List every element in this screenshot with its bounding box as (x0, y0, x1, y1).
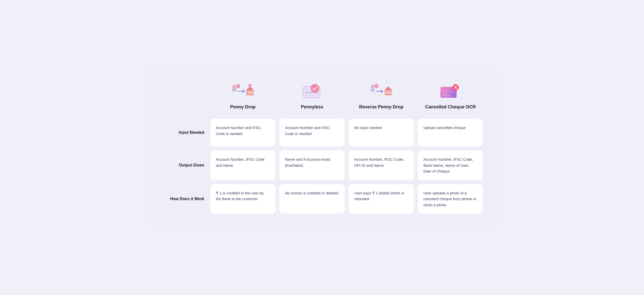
penny-drop-how-does-it-work: ₹ 1 is credited to the user by the Bank … (210, 184, 275, 214)
svg-point-15 (309, 92, 311, 93)
svg-point-4 (232, 88, 237, 92)
row-label-input-needed: Input Needed (161, 119, 206, 146)
pennyless-output-given: Name and if account exists (true/false) (279, 150, 345, 180)
column-header-penny-drop: $ $ Penny Drop (210, 81, 275, 115)
row-label-how-does-it-work: How Does it Work (161, 184, 206, 214)
column-header-cancelled-cheque-ocr: Cancelled Cheque OCR (418, 81, 483, 115)
penny-drop-output-given: Account Number, IFSC Code and Name (210, 150, 275, 180)
grid-layout: $ $ Penny Drop (161, 81, 483, 214)
row-label-output-given: Output Given (161, 150, 206, 180)
cancelled-cheque-ocr-input-needed: Upload cancelled cheque (418, 119, 483, 146)
svg-point-3 (232, 85, 236, 88)
penny-drop-icon: $ $ (230, 81, 256, 101)
cancelled-cheque-ocr-title: Cancelled Cheque OCR (425, 104, 476, 110)
pennyless-icon (300, 81, 325, 101)
pennyless-how-does-it-work: No money is credited or debited (279, 184, 345, 214)
svg-rect-26 (386, 92, 387, 94)
svg-rect-8 (250, 92, 251, 94)
header-empty (161, 81, 206, 115)
svg-text:$: $ (376, 85, 377, 88)
svg-rect-27 (388, 92, 389, 94)
cancelled-cheque-ocr-output-given: Account Number, IFSC Code, Bank Name, Na… (418, 150, 483, 180)
penny-drop-input-needed: Account Number and IFSC Code is needed (210, 119, 275, 146)
cancelled-cheque-ocr-how-does-it-work: User uploads a photo of a canceled chequ… (418, 184, 483, 214)
reverse-penny-drop-how-does-it-work: User pays ₹ 1 (debit) which is refunded (349, 184, 414, 214)
reverse-penny-drop-output-given: Account Number, IFSC Code, UPI ID and Na… (349, 150, 414, 180)
comparison-table: $ $ Penny Drop (146, 69, 498, 226)
svg-point-14 (306, 92, 308, 93)
svg-point-22 (371, 85, 374, 88)
svg-text:$: $ (249, 85, 250, 87)
svg-rect-7 (248, 92, 249, 94)
cancelled-cheque-ocr-icon (438, 81, 463, 101)
reverse-penny-drop-icon: $ (369, 81, 394, 101)
column-header-reverse-penny-drop: $ Reverse Penny Drop (349, 81, 414, 115)
pennyless-title: Pennyless (301, 104, 323, 110)
svg-text:$: $ (237, 85, 238, 88)
reverse-penny-drop-title: Reverse Penny Drop (359, 104, 403, 110)
svg-marker-25 (385, 87, 392, 90)
column-header-pennyless: Pennyless (279, 81, 345, 115)
svg-rect-9 (252, 92, 253, 94)
pennyless-input-needed: Account Number and IFSC Code is needed (279, 119, 345, 146)
svg-rect-28 (390, 92, 392, 94)
svg-point-23 (370, 88, 375, 92)
penny-drop-title: Penny Drop (230, 104, 256, 110)
reverse-penny-drop-input-needed: No input needed (349, 119, 414, 146)
